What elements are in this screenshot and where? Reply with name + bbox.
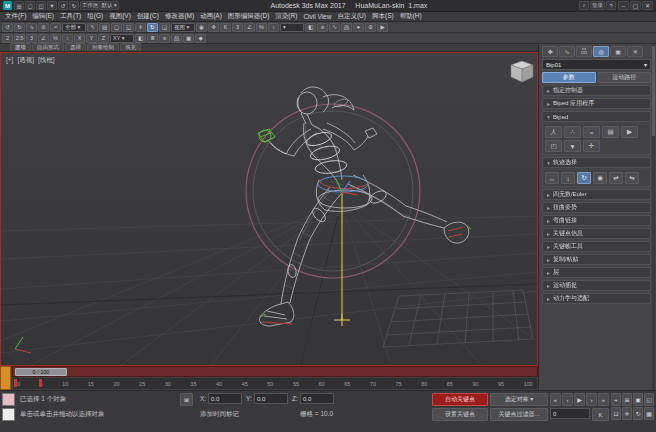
open-file-icon[interactable]: ◰ bbox=[36, 1, 46, 10]
minimize-button[interactable]: – bbox=[618, 1, 629, 10]
ribbon-tab[interactable]: 对象绘制 bbox=[87, 43, 119, 51]
opposite-tracks-icon[interactable]: ⇆ bbox=[625, 172, 639, 184]
menu-item[interactable]: 组(G) bbox=[84, 12, 106, 21]
align-icon[interactable]: ≡ bbox=[317, 23, 328, 32]
named-selection-dropdown[interactable]: ▾ bbox=[280, 23, 304, 32]
viewport-menu-label[interactable]: [+] bbox=[6, 56, 13, 65]
unlink-selection-icon[interactable]: ⊘ bbox=[38, 23, 49, 32]
workspace-dropdown[interactable]: 工作区: 默认 ▾ bbox=[80, 1, 119, 10]
maximize-viewport-icon[interactable]: ▦ bbox=[644, 407, 654, 420]
render-setup-icon[interactable]: ⚙ bbox=[365, 23, 376, 32]
curve-editor-icon[interactable]: ∿ bbox=[329, 23, 340, 32]
signin-label[interactable]: 登录 bbox=[590, 1, 605, 10]
mini-curve-editor-button[interactable] bbox=[0, 366, 11, 390]
spinner-snap-icon[interactable]: ↕ bbox=[268, 23, 279, 32]
rollout-header[interactable]: ►Biped 应用程序 bbox=[542, 98, 651, 109]
rendered-frame-window-icon[interactable]: ▣ bbox=[183, 34, 194, 43]
snap-toggle-icon[interactable]: 3 bbox=[232, 23, 243, 32]
hierarchy-tab[interactable]: 品 bbox=[576, 46, 592, 57]
viewport-canvas[interactable] bbox=[1, 53, 537, 365]
ribbon-tab[interactable]: 自由形式 bbox=[32, 43, 64, 51]
zoom-region-icon[interactable]: ⊡ bbox=[611, 407, 621, 420]
selection-lock-icon[interactable]: ⊠ bbox=[180, 393, 193, 406]
scene-explorer-icon[interactable]: 品 bbox=[171, 34, 182, 43]
layer-manager-icon[interactable]: ≡ bbox=[159, 34, 170, 43]
selection-filter-dropdown[interactable]: 全部 ▾ bbox=[62, 23, 86, 32]
menu-item[interactable]: 视图(V) bbox=[106, 12, 134, 21]
angle-snap-icon[interactable]: ∠ bbox=[244, 23, 255, 32]
save-file-icon[interactable]: ▼ bbox=[564, 140, 581, 152]
figure-mode-icon[interactable]: 人 bbox=[545, 126, 562, 138]
rollout-header[interactable]: ►关键帧工具 bbox=[542, 241, 651, 252]
previous-frame-icon[interactable]: ‹ bbox=[562, 393, 573, 406]
menu-item[interactable]: 脚本(S) bbox=[369, 12, 397, 21]
coord-z-field[interactable]: 0.0 bbox=[300, 393, 334, 404]
menu-item[interactable]: Civil View bbox=[300, 13, 334, 20]
maximize-button[interactable]: ▢ bbox=[630, 1, 641, 10]
reference-coordinate-dropdown[interactable]: 视图 ▾ bbox=[171, 23, 195, 32]
snap-2d-icon[interactable]: 2 bbox=[2, 34, 13, 43]
track-bar[interactable]: 0510152025303540455055606570758085909510… bbox=[12, 377, 538, 390]
time-slider-handle[interactable]: 0 / 100 bbox=[15, 368, 67, 376]
select-and-move-icon[interactable]: ✛ bbox=[135, 23, 146, 32]
new-scene-icon[interactable]: ▢ bbox=[25, 1, 35, 10]
menu-item[interactable]: 修改器(M) bbox=[162, 12, 197, 21]
select-and-link-icon[interactable]: ⇘ bbox=[26, 23, 37, 32]
mirror-icon[interactable]: ◧ bbox=[305, 23, 316, 32]
viewport-view-label[interactable]: [透视] bbox=[17, 56, 34, 65]
maxscript-mini-listener-white[interactable] bbox=[2, 408, 15, 421]
render-production-icon[interactable]: ◆ bbox=[195, 34, 206, 43]
ribbon-tab[interactable]: 填充 bbox=[120, 43, 141, 51]
symmetrical-tracks-icon[interactable]: ⇄ bbox=[609, 172, 623, 184]
snap-3d-icon[interactable]: 3 bbox=[26, 34, 37, 43]
rollout-header[interactable]: ►关键点信息 bbox=[542, 228, 651, 239]
axis-y-icon[interactable]: Y bbox=[86, 34, 97, 43]
menu-item[interactable]: 帮助(H) bbox=[397, 12, 425, 21]
biped-playback-icon[interactable]: ▶ bbox=[621, 126, 638, 138]
key-mode-dropdown[interactable]: 选定对象 ▾ bbox=[490, 393, 548, 406]
percent-snap-toggle-icon[interactable]: % bbox=[50, 34, 61, 43]
menu-item[interactable]: 渲染(R) bbox=[272, 12, 300, 21]
motion-flow-mode-icon[interactable]: ≈ bbox=[583, 126, 600, 138]
utilities-tab[interactable]: ✳ bbox=[627, 46, 643, 57]
ribbon-tab[interactable]: 建模 bbox=[10, 43, 31, 51]
pan-view-icon[interactable]: ✛ bbox=[622, 407, 632, 420]
undo-icon[interactable]: ↺ bbox=[58, 1, 68, 10]
application-menu-icon[interactable]: ▤ bbox=[14, 1, 24, 10]
panel-scrollbar[interactable] bbox=[652, 44, 655, 390]
menu-item[interactable]: 工具(T) bbox=[57, 12, 84, 21]
menu-item[interactable]: 编辑(E) bbox=[29, 12, 57, 21]
zoom-extents-all-icon[interactable]: ◱ bbox=[644, 393, 654, 406]
load-file-icon[interactable]: ◰ bbox=[545, 140, 562, 152]
viewport[interactable]: [+] [透视] [线框] bbox=[0, 52, 538, 366]
body-vertical-icon[interactable]: ↕ bbox=[561, 172, 575, 184]
align-tool-icon[interactable]: ≣ bbox=[147, 34, 158, 43]
rollout-header[interactable]: ►动力学与适配 bbox=[542, 293, 651, 304]
material-editor-icon[interactable]: ● bbox=[353, 23, 364, 32]
coord-x-field[interactable]: 0.0 bbox=[208, 393, 242, 404]
menu-item[interactable]: 文件(F) bbox=[2, 12, 29, 21]
rollout-header[interactable]: ►四元数/Euler bbox=[542, 189, 651, 200]
close-button[interactable]: ✕ bbox=[642, 1, 653, 10]
body-horizontal-icon[interactable]: ↔ bbox=[545, 172, 559, 184]
select-and-manipulate-icon[interactable]: ✜ bbox=[208, 23, 219, 32]
key-mode-toggle[interactable]: K bbox=[592, 408, 609, 421]
time-tag[interactable]: 添加时间标记 bbox=[200, 410, 239, 419]
undo-icon[interactable]: ↺ bbox=[2, 23, 13, 32]
render-icon[interactable]: ▶ bbox=[377, 23, 388, 32]
rollout-header[interactable]: ►层 bbox=[542, 267, 651, 278]
search-icon[interactable]: ⌕ bbox=[579, 1, 589, 10]
modify-tab[interactable]: ∿ bbox=[559, 46, 575, 57]
body-rotation-icon[interactable]: ↻ bbox=[577, 172, 591, 184]
menu-item[interactable]: 自定义(U) bbox=[334, 12, 369, 21]
next-frame-icon[interactable]: › bbox=[586, 393, 597, 406]
zoom-icon[interactable]: + bbox=[611, 393, 621, 406]
select-by-name-icon[interactable]: ▤ bbox=[99, 23, 110, 32]
help-icon[interactable]: ? bbox=[606, 1, 616, 10]
keyframe-marker[interactable] bbox=[14, 379, 17, 387]
create-tab[interactable]: ✚ bbox=[542, 46, 558, 57]
ribbon-tab[interactable]: 选择 bbox=[65, 43, 86, 51]
menu-item[interactable]: 创建(C) bbox=[134, 12, 162, 21]
mixer-mode-icon[interactable]: ▤ bbox=[602, 126, 619, 138]
use-pivot-center-icon[interactable]: ◉ bbox=[196, 23, 207, 32]
